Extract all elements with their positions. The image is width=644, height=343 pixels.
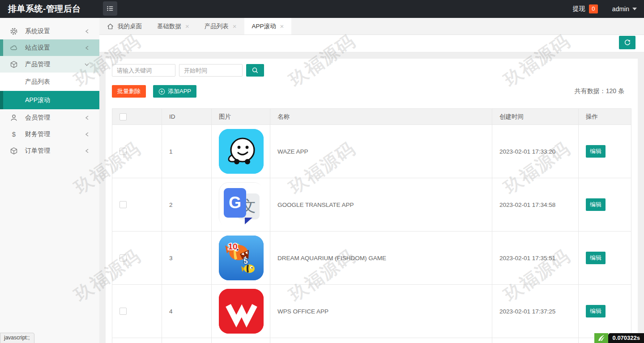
waze-app-icon [219, 129, 264, 174]
cell-name: WPS OFFICE APP [270, 285, 492, 338]
table-row: 1 WAZE [112, 125, 631, 178]
add-app-label: 添加APP [168, 87, 191, 95]
sidebar-item-label: 产品列表 [25, 78, 50, 86]
tab-label: 产品列表 [205, 22, 229, 30]
sidebar-subitem-app-scroll[interactable]: APP滚动 [0, 91, 99, 109]
total-count-label: 共有数据：120 条 [575, 87, 624, 95]
select-all-checkbox[interactable] [119, 113, 127, 120]
close-icon[interactable]: × [185, 23, 189, 30]
plus-circle-icon [158, 88, 165, 95]
chevron-left-icon [85, 132, 90, 137]
withdraw-link[interactable]: 提现 0 [573, 4, 598, 13]
cube-icon [10, 147, 18, 155]
close-icon[interactable]: × [280, 23, 284, 30]
tab-bar: 我的桌面 基础数据 × 产品列表 × APP滚动 × [99, 18, 644, 35]
cell-name: WAZE APP [270, 125, 492, 178]
cell-id: 1 [162, 125, 212, 178]
sidebar-item-product-management[interactable]: 产品管理 [0, 56, 99, 73]
page-load-time: 0.070322s [608, 333, 644, 343]
link-status-tooltip: javascript:; [0, 333, 34, 343]
close-icon[interactable]: × [233, 23, 237, 30]
refresh-icon [624, 39, 631, 46]
cell-name: DREAM AQUARIUM (FISHDOM) GAME [270, 232, 492, 285]
sidebar-item-order-management[interactable]: 订单管理 [0, 142, 99, 159]
cube-icon [10, 60, 18, 69]
batch-delete-button[interactable]: 批量删除 [112, 85, 146, 98]
row-checkbox[interactable] [119, 148, 127, 155]
row-checkbox[interactable] [119, 254, 127, 262]
table-row: 3 [112, 232, 631, 285]
tab-product-list[interactable]: 产品列表 × [197, 18, 244, 34]
sidebar-item-member-management[interactable]: 会员管理 [0, 109, 99, 126]
chevron-left-icon [85, 29, 90, 34]
svg-text:G: G [229, 193, 241, 212]
search-row [112, 64, 631, 77]
table-row: 4 WPS OFFICE APP 2023-02-01 17:37:25 编辑 [112, 285, 631, 338]
cell-id: 2 [162, 178, 212, 232]
sidebar-item-label: 订单管理 [25, 147, 50, 155]
page-toolbar [99, 35, 644, 52]
chevron-left-icon [85, 148, 90, 154]
sidebar: 系统设置 站点设置 产品管理 产品列表 APP滚动 [0, 18, 99, 343]
svg-text:10: 10 [228, 242, 237, 251]
sidebar-item-label: APP滚动 [25, 96, 50, 104]
sidebar-item-finance-management[interactable]: $ 财务管理 [0, 126, 99, 142]
cell-created: 2023-02-01 17:37:25 [492, 285, 579, 338]
wps-office-app-icon [219, 289, 264, 334]
home-icon [107, 23, 114, 30]
dollar-icon: $ [10, 130, 18, 138]
tab-app-scroll[interactable]: APP滚动 × [244, 18, 292, 34]
withdraw-label: 提现 [573, 5, 585, 13]
table-header-row: ID 图片 名称 创建时间 操作 [112, 109, 631, 125]
sidebar-item-system-settings[interactable]: 系统设置 [0, 23, 99, 39]
cell-created: 2023-02-01 17:34:58 [492, 178, 579, 232]
sidebar-item-label: 产品管理 [25, 60, 50, 69]
edit-button[interactable]: 编辑 [586, 252, 606, 264]
chevron-down-icon [84, 62, 90, 67]
edit-button[interactable]: 编辑 [586, 145, 606, 158]
cell-id: 4 [162, 285, 212, 338]
column-header-name: 名称 [270, 109, 492, 125]
row-checkbox[interactable] [119, 308, 127, 315]
refresh-button[interactable] [619, 36, 635, 49]
search-button[interactable] [246, 64, 264, 77]
google-translate-app-icon: 文 G [219, 182, 264, 227]
chevron-left-icon [85, 45, 90, 51]
sidebar-toggle-button[interactable] [103, 1, 117, 16]
trace-bar: 0.070322s [594, 333, 644, 343]
sidebar-item-label: 会员管理 [25, 114, 50, 122]
thinkphp-trace-icon[interactable] [594, 333, 608, 343]
tab-label: 我的桌面 [118, 22, 142, 30]
sidebar-subitem-product-list[interactable]: 产品列表 [0, 73, 99, 91]
username-label: admin [612, 5, 629, 13]
user-menu[interactable]: admin [612, 5, 637, 13]
svg-text:5: 5 [243, 257, 247, 266]
edit-button[interactable]: 编辑 [586, 198, 606, 211]
column-header-action: 操作 [579, 109, 631, 125]
caret-down-icon [632, 8, 637, 10]
table-row: 2 文 G GOOGLE TRANSLATE APP 202 [112, 178, 631, 232]
sidebar-item-site-settings[interactable]: 站点设置 [0, 39, 99, 56]
gear-icon [10, 27, 18, 35]
cell-name: GOOGLE TRANSLATE APP [270, 178, 492, 232]
action-row: 批量删除 添加APP 共有数据：120 条 [112, 85, 631, 98]
edit-button[interactable]: 编辑 [586, 305, 606, 317]
app-title: 排单系统-管理后台 [8, 0, 81, 18]
keyword-input[interactable] [112, 64, 175, 77]
row-checkbox[interactable] [119, 201, 127, 208]
tab-basic-data[interactable]: 基础数据 × [149, 18, 197, 34]
top-header: 排单系统-管理后台 提现 0 admin [0, 0, 644, 18]
cloud-icon [10, 44, 18, 52]
withdraw-badge: 0 [589, 4, 598, 13]
sidebar-item-label: 站点设置 [25, 44, 50, 52]
tab-label: 基础数据 [157, 22, 181, 30]
search-icon [252, 67, 259, 74]
column-header-id: ID [162, 109, 212, 125]
cell-created: 2023-02-01 17:35:51 [492, 232, 579, 285]
tab-my-desktop[interactable]: 我的桌面 [99, 18, 149, 34]
add-app-button[interactable]: 添加APP [153, 85, 196, 98]
start-time-input[interactable] [179, 64, 243, 77]
cell-created: 2023-02-01 17:33:20 [492, 125, 579, 178]
sidebar-item-label: 财务管理 [25, 130, 50, 138]
cell-id: 3 [162, 232, 212, 285]
